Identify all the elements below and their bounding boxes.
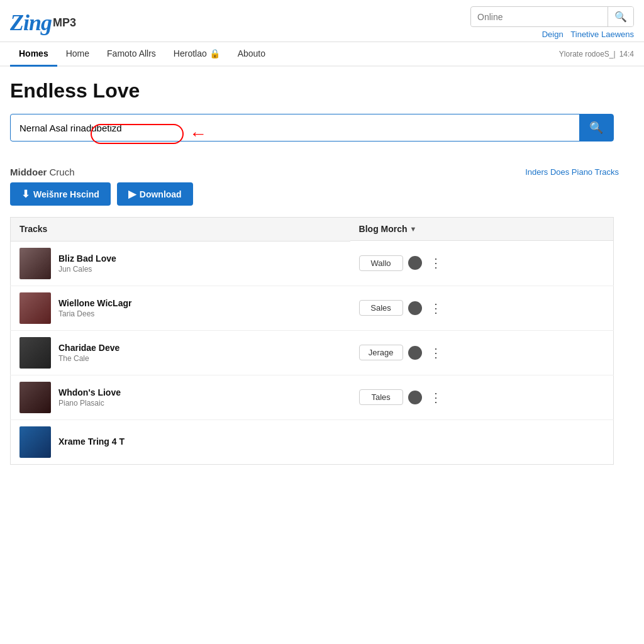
page-title: Endless Love — [10, 79, 619, 103]
table-row: Xrame Tring 4 T — [11, 419, 614, 464]
nav-item-home[interactable]: Home — [57, 42, 98, 67]
col-blog-label: Blog Morch — [359, 224, 408, 234]
user-link-2[interactable]: Tinetive Laewens — [570, 30, 634, 39]
track-action-cell: Wallo ⋮ — [350, 241, 614, 286]
track-info: Whdon's Liove Piano Plasaic — [19, 382, 341, 413]
action-buttons: ⬇ Weišnre Hscind ▶ Download — [10, 182, 619, 206]
top-search-input[interactable] — [471, 8, 608, 26]
download-button[interactable]: ▶ Download — [117, 182, 193, 206]
main-search-bar[interactable]: 🔍 — [10, 114, 614, 142]
track-action-cell — [350, 419, 614, 464]
track-info: Wiellone WicLagr Taria Dees — [19, 292, 341, 324]
track-action: Wallo ⋮ — [359, 255, 604, 271]
col-blog-arrow[interactable]: ▼ — [410, 225, 417, 233]
play-icon: ▶ — [128, 188, 136, 200]
nav-item-abouto[interactable]: Abouto — [229, 42, 274, 67]
more-icon[interactable]: ⋮ — [430, 255, 442, 270]
nav-item-herotlao[interactable]: Herotlao 🔒 — [165, 42, 229, 67]
track-cell: Bliz Bad Love Jun Cales — [11, 241, 350, 286]
weishnre-label: Weišnre Hscind — [33, 189, 99, 199]
main-search-input[interactable] — [11, 116, 579, 140]
nav-right-text: Ylorate rodoeS_| — [559, 50, 616, 58]
track-details: Wiellone WicLagr Taria Dees — [58, 298, 131, 318]
track-action-cell: Sales ⋮ — [350, 286, 614, 330]
more-icon[interactable]: ⋮ — [430, 345, 442, 360]
track-details: Xrame Tring 4 T — [58, 436, 125, 448]
track-name: Whdon's Liove — [58, 387, 121, 397]
track-thumb — [19, 337, 51, 369]
main-search-button[interactable]: 🔍 — [579, 114, 613, 141]
nav-item-famoto[interactable]: Famoto Allrs — [98, 42, 165, 67]
download-label: Download — [140, 189, 182, 199]
track-name: Charidae Deve — [58, 343, 119, 353]
dot-icon[interactable] — [408, 346, 422, 360]
user-link-1[interactable]: Deign — [542, 30, 564, 39]
track-thumb — [19, 426, 51, 458]
download-icon: ⬇ — [21, 188, 30, 200]
table-row: Wiellone WicLagr Taria Dees Sales ⋮ — [11, 286, 614, 330]
header-right: 🔍 Deign Tinetive Laewens — [470, 6, 634, 39]
track-cell: Wiellone WicLagr Taria Dees — [11, 286, 350, 330]
top-search-button[interactable]: 🔍 — [608, 7, 633, 26]
track-cell: Charidae Deve The Cale — [11, 330, 350, 375]
nav-item-homes[interactable]: Homes — [10, 42, 57, 67]
track-info: Charidae Deve The Cale — [19, 337, 341, 369]
col-blog: Blog Morch ▼ — [350, 218, 613, 241]
section-row: Middoer Cruch Inders Does Piano Tracks — [10, 167, 619, 177]
table-row: Bliz Bad Love Jun Cales Wallo ⋮ — [11, 241, 614, 286]
track-thumb — [19, 292, 51, 324]
track-details: Whdon's Liove Piano Plasaic — [58, 387, 121, 408]
nav-right-time: 14:4 — [619, 50, 634, 58]
track-action: Jerage ⋮ — [359, 345, 604, 360]
nav-right: Ylorate rodoeS_| 14:4 — [559, 50, 634, 58]
table-row: Charidae Deve The Cale Jerage ⋮ — [11, 330, 614, 375]
table-row: Whdon's Liove Piano Plasaic Tales ⋮ — [11, 375, 614, 419]
tag-badge[interactable]: Sales — [359, 300, 403, 316]
track-name: Wiellone WicLagr — [58, 298, 131, 308]
tracks-table: Tracks Blog Morch ▼ Bliz Bad Love Jun Ca… — [10, 217, 614, 465]
track-cell: Xrame Tring 4 T — [11, 419, 350, 464]
more-icon[interactable]: ⋮ — [430, 390, 442, 405]
logo-mp3: MP3 — [53, 16, 76, 30]
dot-icon[interactable] — [408, 256, 422, 270]
tag-badge[interactable]: Jerage — [359, 345, 403, 360]
track-artist: Jun Cales — [58, 265, 116, 274]
track-name: Xrame Tring 4 T — [58, 436, 125, 447]
track-artist: Taria Dees — [58, 309, 131, 318]
track-name: Bliz Bad Love — [58, 253, 116, 264]
top-search-bar[interactable]: 🔍 — [470, 6, 634, 27]
track-info: Bliz Bad Love Jun Cales — [19, 248, 341, 279]
section-text: Cruch — [50, 167, 75, 177]
track-action: Tales ⋮ — [359, 389, 604, 405]
nav: Homes Home Famoto Allrs Herotlao 🔒 About… — [0, 42, 644, 67]
section-bold: Middoer — [10, 167, 47, 177]
dot-icon[interactable] — [408, 391, 422, 404]
track-action: Sales ⋮ — [359, 300, 604, 316]
track-artist: Piano Plasaic — [58, 399, 121, 408]
content: Endless Love 🔍 ← Middoer Cruch Inders Do… — [0, 67, 629, 477]
more-icon[interactable]: ⋮ — [430, 301, 442, 316]
logo: Zing MP3 — [10, 9, 76, 36]
col-tracks: Tracks — [11, 218, 350, 242]
dot-icon[interactable] — [408, 301, 422, 315]
header: Zing MP3 🔍 Deign Tinetive Laewens — [0, 0, 644, 42]
weishnre-button[interactable]: ⬇ Weišnre Hscind — [10, 182, 111, 206]
section-subtitle: Middoer Cruch — [10, 167, 75, 177]
tag-badge[interactable]: Wallo — [359, 255, 403, 271]
section-link[interactable]: Inders Does Piano Tracks — [525, 167, 619, 177]
logo-zing: Zing — [10, 9, 52, 36]
track-artist: The Cale — [58, 354, 119, 363]
track-thumb — [19, 382, 51, 413]
track-cell: Whdon's Liove Piano Plasaic — [11, 375, 350, 419]
user-links: Deign Tinetive Laewens — [537, 30, 634, 39]
track-action-cell: Jerage ⋮ — [350, 330, 614, 375]
track-thumb — [19, 248, 51, 279]
track-info: Xrame Tring 4 T — [19, 426, 341, 458]
track-details: Charidae Deve The Cale — [58, 343, 119, 363]
tag-badge[interactable]: Tales — [359, 389, 403, 405]
track-action-cell: Tales ⋮ — [350, 375, 614, 419]
track-details: Bliz Bad Love Jun Cales — [58, 253, 116, 274]
